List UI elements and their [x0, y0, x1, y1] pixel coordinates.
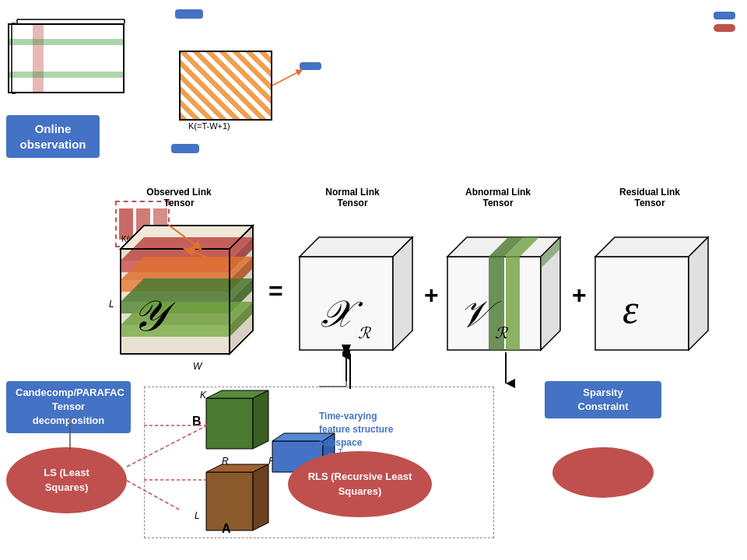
legend-area: [714, 12, 735, 32]
svg-marker-42: [689, 237, 708, 350]
svg-marker-64: [253, 464, 268, 530]
hankel-small-matrix: [179, 51, 272, 121]
svg-text:L: L: [195, 510, 200, 521]
legend-data-structure: [714, 12, 735, 19]
svg-text:+: +: [424, 281, 439, 309]
hankel-structure-box: [175, 9, 203, 19]
tensors-svg: 𝒴 L W = 𝒳 ℛ + 𝒱 ℛ + ε: [0, 187, 747, 381]
svg-marker-40: [595, 257, 689, 350]
online-observation-box: Onlineobservation: [6, 115, 100, 158]
svg-text:W: W: [193, 361, 203, 372]
normal-tensor-title: Normal LinkTensor: [302, 187, 403, 208]
svg-marker-25: [393, 237, 412, 350]
svg-text:=: =: [268, 277, 283, 305]
legend-optimization: [714, 24, 735, 32]
up-arrow-normal: [342, 350, 358, 389]
rls-ellipse: RLS (Recursive LeastSquares): [288, 451, 432, 517]
sparsity-constraint-box: SparsityConstraint: [545, 381, 661, 418]
svg-line-80: [272, 70, 302, 86]
svg-text:ε: ε: [622, 287, 639, 331]
svg-text:+: +: [572, 281, 587, 309]
svg-marker-49: [206, 398, 253, 449]
abnormal-tensor-title: Abnormal LinkTensor: [447, 187, 549, 208]
ls-ellipse: LS (LeastSquares): [6, 447, 127, 513]
svg-text:A: A: [222, 522, 231, 535]
y-matrix: [8, 23, 124, 93]
svg-marker-51: [253, 390, 268, 449]
svg-rect-33: [506, 257, 520, 350]
missing-data-box: [300, 62, 321, 70]
residual-tensor-title: Residual LinkTensor: [599, 187, 700, 208]
svg-text:ℛ: ℛ: [495, 324, 509, 341]
time-varying-label: Time-varyingfeature structuresubspace: [319, 410, 393, 449]
k-label: K(=T-W+1): [188, 121, 230, 131]
hankel-tensor-box: [171, 144, 199, 153]
observed-tensor-title: Observed LinkTensor: [124, 187, 233, 208]
candecomp-box: Candecomp/PARAFACTensor decomposition: [6, 381, 131, 433]
svg-text:L: L: [109, 299, 114, 310]
svg-text:ℛ: ℛ: [358, 324, 372, 341]
admm-ellipse: [552, 447, 654, 498]
